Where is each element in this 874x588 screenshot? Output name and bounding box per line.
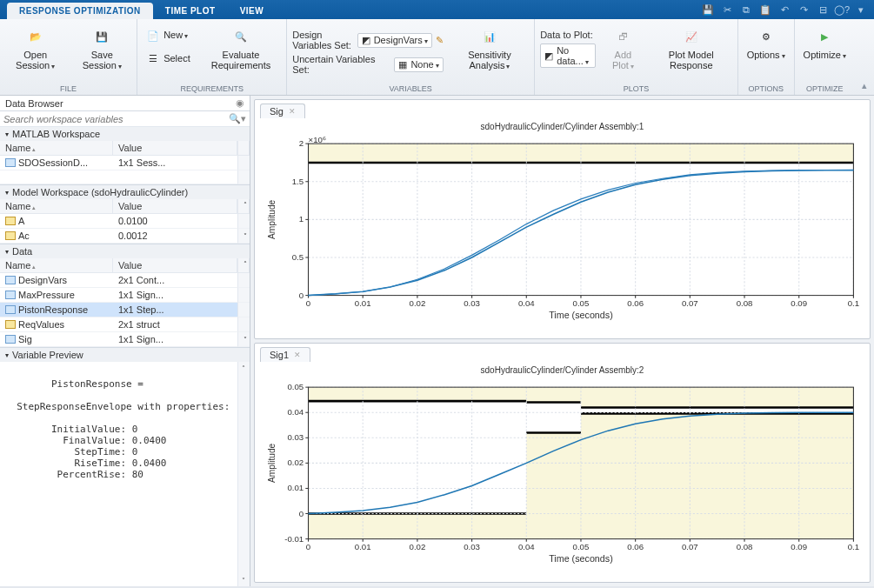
undo-icon[interactable]: ↶ [777, 2, 792, 17]
svg-text:0.05: 0.05 [287, 382, 304, 391]
new-requirement-button[interactable]: 📄 New [143, 26, 194, 45]
svg-text:0: 0 [306, 542, 310, 551]
matlab-workspace-header[interactable]: MATLAB Workspace [0, 127, 250, 141]
group-label-file: FILE [5, 84, 131, 95]
redo-icon[interactable]: ↷ [796, 2, 811, 17]
svg-text:0.1: 0.1 [848, 298, 859, 308]
col-value[interactable]: Value [113, 258, 237, 273]
toggle-panel-icon[interactable]: ⊟ [815, 2, 831, 17]
svg-text:0.04: 0.04 [518, 298, 535, 308]
svg-rect-64 [581, 413, 853, 538]
col-name[interactable]: Name [0, 258, 113, 273]
svg-text:0.02: 0.02 [410, 542, 426, 551]
svg-text:Time (seconds): Time (seconds) [549, 311, 613, 320]
table-row[interactable]: SDOSessionD... [0, 156, 113, 170]
svg-text:0.06: 0.06 [627, 298, 644, 308]
col-value[interactable]: Value [113, 141, 237, 156]
svg-text:1: 1 [299, 215, 304, 224]
open-session-button[interactable]: 📂 Open Session [5, 23, 65, 75]
options-button[interactable]: ⚙ Options [744, 23, 789, 64]
variable-preview-header[interactable]: Variable Preview [0, 348, 250, 362]
model-workspace-header[interactable]: Model Workspace (sdoHydraulicCylinder) [0, 185, 250, 199]
svg-text:0.05: 0.05 [573, 298, 590, 308]
table-cell[interactable]: 0.0012 [113, 229, 237, 244]
scrollbar[interactable] [237, 362, 250, 586]
close-tab-icon[interactable]: ✕ [294, 351, 301, 359]
play-icon: ▶ [813, 25, 836, 48]
table-row[interactable]: ReqValues [0, 317, 113, 332]
data-to-plot-label: Data to Plot: [540, 30, 593, 40]
col-name[interactable]: Name [0, 199, 113, 214]
collapse-ribbon-icon[interactable]: ▴ [862, 80, 867, 91]
optimize-button[interactable]: ▶ Optimize [800, 23, 850, 64]
save-icon: 💾 [90, 25, 113, 48]
chart-tab-sig[interactable]: Sig✕ [260, 104, 305, 118]
table-row[interactable]: Sig [0, 332, 113, 347]
table-cell[interactable]: 1x1 Sess... [113, 156, 237, 170]
help-icon[interactable]: ◯? [834, 2, 850, 17]
copy-icon[interactable]: ⧉ [738, 2, 754, 17]
svg-text:×10⁶: ×10⁶ [309, 135, 326, 144]
table-row[interactable]: Ac [0, 229, 113, 244]
close-tab-icon[interactable]: ✕ [289, 107, 296, 116]
svg-text:0.08: 0.08 [737, 298, 753, 308]
scroll-down-icon[interactable]: ˅ [237, 574, 250, 586]
save-shortcut-icon[interactable]: 💾 [700, 2, 716, 17]
svg-text:0.02: 0.02 [287, 458, 304, 468]
group-label-options: OPTIONS [744, 84, 789, 95]
uncertain-vars-label: Uncertain Variables Set: [292, 54, 390, 75]
save-session-button[interactable]: 💾 Save Session [72, 23, 131, 75]
data-to-plot-dropdown[interactable]: ◩ No data... [540, 43, 596, 68]
table-row[interactable]: DesignVars [0, 273, 113, 288]
plot-value-icon: ◩ [544, 50, 553, 62]
svg-text:0.01: 0.01 [355, 298, 371, 308]
design-vars-dropdown[interactable]: ◩ DesignVars [357, 33, 432, 48]
table-cell[interactable]: 2x1 Cont... [113, 273, 237, 288]
table-cell[interactable]: 1x1 Sign... [113, 332, 237, 347]
select-requirement-button[interactable]: ☰ Select [143, 49, 194, 68]
svg-text:0.03: 0.03 [464, 542, 480, 551]
uncertain-vars-dropdown[interactable]: ▦ None [394, 57, 443, 72]
search-input[interactable] [3, 113, 225, 124]
variable-preview-content: PistonResponse = StepResponseEnvelope wi… [0, 362, 250, 586]
svg-text:Amplitude: Amplitude [267, 200, 277, 239]
edit-design-vars-icon[interactable]: ✎ [436, 35, 444, 46]
svg-text:0: 0 [306, 298, 310, 308]
table-row-selected[interactable]: PistonResponse [0, 303, 113, 317]
chart-tab-sig1[interactable]: Sig1✕ [260, 347, 310, 362]
svg-text:0.5: 0.5 [292, 252, 304, 262]
table-cell[interactable]: 2x1 struct [113, 317, 237, 332]
dropdown-mini-icon[interactable]: ▾ [853, 2, 869, 17]
search-icon[interactable]: 🔍▾ [229, 113, 246, 124]
tab-view[interactable]: VIEW [228, 3, 277, 19]
select-icon: ☰ [146, 51, 160, 65]
panel-menu-icon[interactable]: ◉ [236, 97, 244, 109]
cut-icon[interactable]: ✂ [719, 2, 735, 17]
svg-text:0.06: 0.06 [627, 542, 644, 551]
svg-text:0.07: 0.07 [682, 298, 698, 308]
table-cell[interactable]: 1x1 Sign... [113, 288, 237, 303]
ribbon: 📂 Open Session 💾 Save Session FILE 📄 New… [0, 19, 874, 96]
sensitivity-analysis-button[interactable]: 📊 Sensitivity Analysis [450, 23, 530, 75]
plot-model-response-button[interactable]: 📈 Plot Model Response [650, 23, 732, 73]
evaluate-icon: 🔍 [230, 25, 252, 48]
paste-icon[interactable]: 📋 [757, 2, 773, 17]
tab-response-optimization[interactable]: RESPONSE OPTIMIZATION [7, 3, 153, 19]
scroll-up-icon[interactable]: ˄ [237, 362, 250, 374]
data-section-header[interactable]: Data [0, 244, 250, 258]
gear-icon: ⚙ [755, 25, 777, 48]
col-name[interactable]: Name [0, 141, 113, 156]
svg-text:0.07: 0.07 [682, 542, 698, 551]
design-vars-value-icon: ◩ [362, 35, 370, 46]
col-value[interactable]: Value [113, 199, 237, 214]
table-cell[interactable]: 1x1 Step... [113, 303, 237, 317]
svg-rect-62 [526, 432, 581, 538]
tab-time-plot[interactable]: TIME PLOT [153, 3, 228, 19]
table-cell[interactable]: 0.0100 [113, 214, 237, 229]
table-row[interactable]: A [0, 214, 113, 229]
group-label-requirements: REQUIREMENTS [143, 84, 281, 95]
chart-title-2: sdoHydraulicCylinder/Cylinder Assembly:2 [264, 362, 861, 378]
table-row[interactable]: MaxPressure [0, 288, 113, 303]
evaluate-requirements-button[interactable]: 🔍 Evaluate Requirements [201, 23, 282, 73]
add-plot-button[interactable]: 🗗 Add Plot [603, 23, 644, 75]
